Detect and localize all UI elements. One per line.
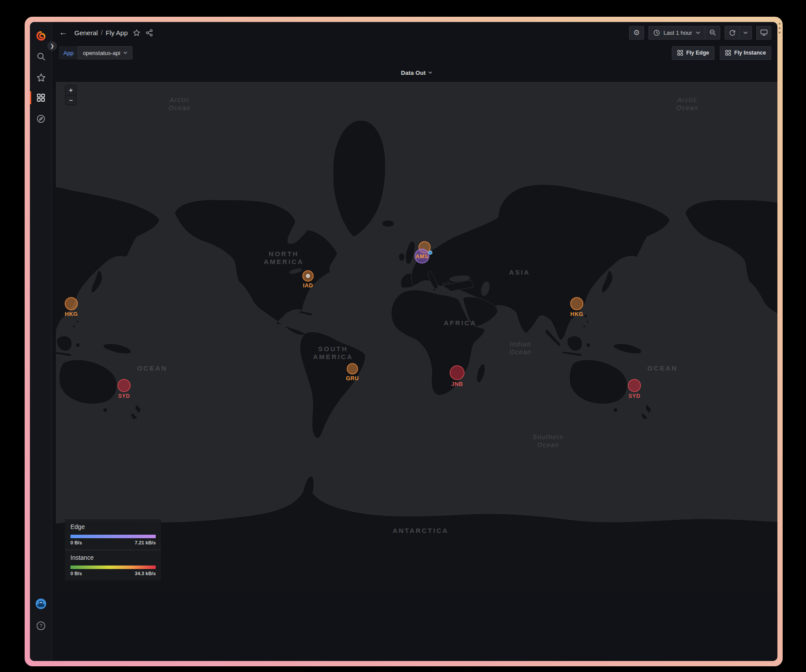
legend-gradient-bar: [70, 566, 156, 569]
legend-title: Instance: [70, 554, 156, 561]
help-icon: ?: [36, 621, 46, 631]
sidebar-item-help[interactable]: ?: [30, 617, 52, 635]
compass-icon: [36, 114, 46, 124]
map-marker-syd-east[interactable]: [628, 379, 641, 392]
map-zoom-in-button[interactable]: +: [66, 85, 76, 95]
cycle-view-button[interactable]: [756, 26, 771, 40]
map-region-label: AFRICA: [444, 319, 477, 327]
apps-grid-icon: [725, 50, 731, 56]
grafana-logo-icon: [35, 30, 47, 42]
dashboard-settings-button[interactable]: ⚙: [629, 26, 644, 40]
legend-gradient-bar: [70, 535, 156, 538]
star-icon: [37, 73, 46, 82]
sidebar-item-profile[interactable]: [30, 595, 52, 613]
map-marker-hkg-east[interactable]: [571, 297, 583, 310]
time-range-label: Last 1 hour: [663, 29, 692, 36]
map-marker-gru[interactable]: [347, 364, 358, 374]
refresh-button[interactable]: [725, 26, 740, 40]
map-legend: Edge 0 B/s 7.21 kB/s Instance 0 B/s 34.3…: [65, 519, 161, 580]
dashboards-icon: [37, 93, 45, 102]
fly-edge-label: Fly Edge: [686, 50, 709, 56]
map-region-label: ArcticOcean: [169, 96, 191, 111]
breadcrumb-section[interactable]: General: [74, 29, 98, 37]
map-marker-label: JNB: [451, 381, 463, 387]
chevron-down-icon: [696, 30, 700, 35]
avatar: [35, 598, 47, 610]
chevron-down-icon: [123, 51, 128, 55]
map-zoom-controls: + −: [65, 85, 77, 105]
chevron-down-icon: [428, 70, 432, 75]
map-marker-inner-dot: [306, 274, 310, 278]
map-marker-label: IAD: [303, 283, 313, 289]
map-marker-label: GRU: [346, 375, 359, 382]
map-marker-hkg-west[interactable]: [65, 297, 77, 310]
breadcrumb-page: Fly App: [106, 29, 128, 37]
favorite-star-button[interactable]: [133, 29, 140, 37]
map-region-label: OCEAN: [647, 364, 678, 372]
map-region-label: IndianOcean: [509, 341, 531, 356]
apps-grid-icon: [677, 50, 683, 56]
variable-app-dropdown[interactable]: openstatus-api: [78, 46, 132, 59]
legend-title: Edge: [70, 523, 156, 530]
variable-app-value: openstatus-api: [83, 50, 120, 56]
share-button[interactable]: [146, 29, 153, 37]
time-zoom-out-button[interactable]: [705, 26, 720, 40]
map-marker-label: AMS: [415, 253, 428, 260]
legend-min: 0 B/s: [70, 540, 82, 545]
map-marker-label: HKG: [65, 311, 77, 317]
geomap-panel[interactable]: ArcticOceanArcticOceanNORTHAMERICAASIAAF…: [56, 82, 777, 592]
map-zoom-out-button[interactable]: −: [66, 95, 76, 105]
sidebar-item-search[interactable]: [30, 48, 52, 65]
panel-title-menu[interactable]: Data Out: [56, 66, 777, 79]
map-marker-label: SYD: [118, 393, 130, 399]
map-marker-dot-near-ams[interactable]: [429, 251, 432, 254]
map-region-label: ArcticOcean: [676, 96, 698, 111]
time-picker-group: Last 1 hour: [648, 26, 720, 40]
refresh-icon: [729, 29, 736, 36]
sidebar-item-starred[interactable]: [30, 69, 52, 86]
sidebar-expand-button[interactable]: ❯: [48, 41, 57, 51]
header: ← General / Fly App ⚙: [52, 22, 777, 43]
map-region-label: ANTARCTICA: [392, 527, 448, 534]
monitor-icon: [760, 29, 768, 36]
back-arrow-icon[interactable]: ←: [59, 28, 67, 37]
search-icon: [37, 52, 46, 61]
tv-group: [756, 26, 771, 40]
sidebar: ?: [30, 22, 52, 661]
map-marker-syd-west[interactable]: [118, 379, 130, 392]
map-marker-label: SYD: [628, 393, 640, 399]
fly-edge-link[interactable]: Fly Edge: [672, 46, 714, 60]
map-region-label: SOUTHAMERICA: [313, 345, 353, 360]
sidebar-item-dashboards[interactable]: [30, 89, 52, 106]
breadcrumb-separator: /: [101, 29, 103, 36]
variable-app-label: App: [59, 46, 78, 59]
legend-min: 0 B/s: [70, 571, 82, 576]
sidebar-item-explore[interactable]: [30, 110, 52, 128]
panel-title: Data Out: [401, 70, 425, 76]
time-range-button[interactable]: Last 1 hour: [648, 26, 705, 40]
window-resize-dots: [778, 23, 781, 36]
map-region-label: OCEAN: [137, 364, 167, 372]
svg-text:?: ?: [40, 623, 42, 628]
chevron-down-icon: [743, 30, 748, 35]
grafana-window: ? ❯ ← General / Fly App ⚙: [30, 22, 777, 661]
clock-icon: [653, 29, 660, 36]
star-icon: [133, 29, 140, 37]
map-region-label: NORTHAMERICA: [264, 250, 304, 265]
map-marker-label: HKG: [570, 311, 583, 317]
map-region-label: ASIA: [509, 268, 530, 276]
legend-max: 7.21 kB/s: [135, 540, 156, 545]
legend-section-edge: Edge 0 B/s 7.21 kB/s: [65, 519, 161, 550]
gear-icon: ⚙: [633, 29, 640, 37]
fly-instance-link[interactable]: Fly Instance: [720, 46, 771, 60]
variables-toolbar: App openstatus-api Fly Edge Fly Instance: [52, 43, 777, 62]
map-region-label: SouthernOcean: [533, 433, 564, 448]
zoom-out-icon: [709, 29, 716, 36]
refresh-group: [725, 26, 752, 40]
share-icon: [146, 29, 153, 37]
legend-max: 34.3 kB/s: [135, 571, 156, 576]
window-frame: ? ❯ ← General / Fly App ⚙: [25, 17, 783, 666]
fly-instance-label: Fly Instance: [734, 50, 766, 56]
refresh-interval-button[interactable]: [740, 26, 752, 40]
map-marker-jnb[interactable]: [450, 366, 464, 380]
